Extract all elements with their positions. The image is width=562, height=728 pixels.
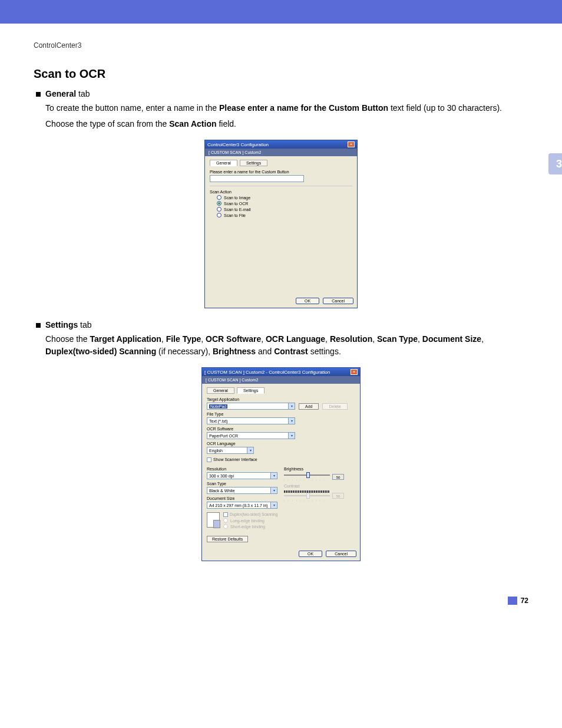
dialog1-title: ControlCenter3 Configuration <box>207 142 269 147</box>
label-ocr-software: OCR Software <box>207 427 355 431</box>
chevron-down-icon: ▾ <box>270 487 277 493</box>
label-target-application: Target Application <box>207 397 355 401</box>
target-application-select[interactable]: NotePad▾ <box>207 403 295 410</box>
document-size-select[interactable]: A4 210 x 297 mm (8.3 x 11.7 in)▾ <box>207 502 277 509</box>
tab-settings[interactable]: Settings <box>240 160 267 166</box>
chevron-down-icon: ▾ <box>247 447 253 453</box>
restore-defaults-button[interactable]: Restore Defaults <box>207 536 248 542</box>
bullet-settings-tab: Settings tab <box>36 320 528 330</box>
resolution-select[interactable]: 300 x 300 dpi▾ <box>207 472 277 479</box>
radio-scan-to-file[interactable]: Scan to File <box>217 213 352 218</box>
radio-scan-to-ocr[interactable]: Scan to OCR <box>217 201 352 206</box>
close-icon[interactable]: × <box>351 369 358 375</box>
ocr-software-select[interactable]: PaperPort OCR▾ <box>207 432 295 439</box>
label-file-type: File Type <box>207 412 355 416</box>
label-duplex: Duplex(two-sided) Scanning <box>230 512 277 516</box>
label-show-scanner: Show Scanner Interface <box>213 457 257 462</box>
delete-button: Delete <box>322 403 347 410</box>
ok-button[interactable]: OK <box>296 298 319 304</box>
radio-scan-to-email[interactable]: Scan to E-mail <box>217 207 352 212</box>
bullet-general-tab: General tab <box>36 89 528 98</box>
radio-short-edge: Short-edge binding <box>223 524 277 529</box>
ocr-language-select[interactable]: English▾ <box>207 447 254 454</box>
brightness-slider[interactable] <box>284 475 330 476</box>
show-scanner-checkbox[interactable] <box>207 457 211 462</box>
contrast-value: 50 <box>332 493 344 499</box>
label-contrast: Contrast <box>284 484 355 488</box>
chevron-down-icon: ▾ <box>270 502 277 508</box>
brightness-value: 50 <box>332 474 344 480</box>
section-title: Scan to OCR <box>34 67 528 81</box>
label-ocr-language: OCR Language <box>207 442 355 446</box>
bullet-bold: Settings <box>45 320 78 330</box>
square-bullet-icon <box>36 92 41 97</box>
close-icon[interactable]: × <box>348 141 355 147</box>
radio-scan-to-image[interactable]: Scan to Image <box>217 195 352 200</box>
bullet-bold: General <box>45 89 76 98</box>
custom-name-input[interactable] <box>210 175 304 182</box>
label-document-size: Document Size <box>207 496 278 500</box>
file-type-select[interactable]: Text (*.txt)▾ <box>207 417 295 424</box>
dialog-settings: [ CUSTOM SCAN ] Custom2 - ControlCenter3… <box>201 367 361 561</box>
paragraph-3: Choose the Target Application, File Type… <box>45 333 528 358</box>
square-bullet-icon <box>36 323 41 328</box>
bullet-rest: tab <box>76 89 90 98</box>
chevron-down-icon: ▾ <box>288 433 295 439</box>
cancel-button[interactable]: Cancel <box>323 298 353 304</box>
add-button[interactable]: Add <box>299 403 319 410</box>
label-custom-name: Please enter a name for the Custom Butto… <box>210 170 352 174</box>
tab-general[interactable]: General <box>207 387 234 394</box>
tab-general[interactable]: General <box>210 160 237 166</box>
scan-type-select[interactable]: Black & White▾ <box>207 487 277 494</box>
ok-button[interactable]: OK <box>299 551 322 557</box>
chevron-down-icon: ▾ <box>288 403 295 409</box>
paragraph-1: To create the button name, enter a name … <box>45 102 528 114</box>
dialog1-subtitle: [ CUSTOM SCAN ] Custom2 <box>205 149 357 156</box>
chevron-down-icon: ▾ <box>270 473 277 479</box>
label-resolution: Resolution <box>207 467 278 471</box>
tab-settings[interactable]: Settings <box>237 387 265 394</box>
page-number: 72 <box>508 597 528 605</box>
chevron-down-icon: ▾ <box>288 418 295 424</box>
dialog-general: ControlCenter3 Configuration × [ CUSTOM … <box>204 140 358 308</box>
label-scan-type: Scan Type <box>207 482 278 486</box>
slider-ticks: · · · · · · · · · · · <box>284 478 330 482</box>
slider-ticks: · · · · · · · · · · · <box>284 499 330 502</box>
duplex-checkbox[interactable] <box>223 512 228 517</box>
dialog2-subtitle: [ CUSTOM SCAN ] Custom2 <box>202 376 360 384</box>
bullet-rest: tab <box>78 320 91 330</box>
label-brightness: Brightness <box>284 467 355 471</box>
radio-long-edge: Long-edge binding <box>223 518 277 523</box>
group-scan-action: Scan Action <box>210 190 352 194</box>
chapter-tab: 3 <box>548 153 562 174</box>
duplex-icon <box>207 512 220 528</box>
running-head: ControlCenter3 <box>34 41 528 50</box>
paragraph-2: Choose the type of scan from the Scan Ac… <box>45 118 528 130</box>
cancel-button[interactable]: Cancel <box>326 551 356 557</box>
top-banner <box>0 0 562 24</box>
dialog2-title: [ CUSTOM SCAN ] Custom2 - ControlCenter3… <box>204 370 330 375</box>
